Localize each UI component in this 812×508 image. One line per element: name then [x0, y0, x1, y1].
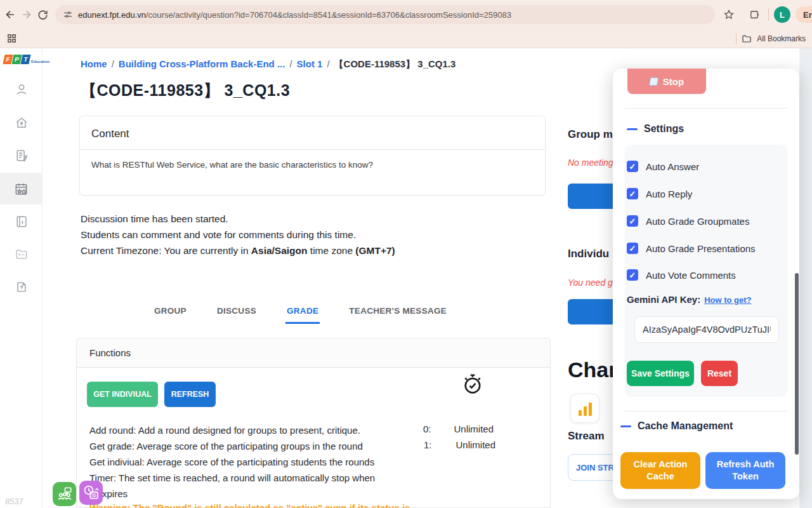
- tab-bar: GROUP DISCUSS GRADE TEACHER'S MESSAGE: [43, 301, 558, 324]
- dash-icon: [627, 128, 638, 130]
- bar-chart-icon[interactable]: [570, 394, 599, 423]
- fpt-education-logo[interactable]: F P T Education: [4, 55, 49, 64]
- schedule-icon[interactable]: [0, 176, 43, 201]
- assignments-icon[interactable]: [0, 143, 43, 168]
- home-icon[interactable]: [0, 110, 43, 135]
- panel-scrollbar[interactable]: [795, 273, 799, 455]
- functions-card: Functions GET INDIVIUAL REFRESH 0:Unlimi…: [76, 338, 551, 508]
- tab-discuss[interactable]: DISCUSS: [216, 301, 258, 324]
- save-settings-button[interactable]: Save Settings: [627, 361, 694, 386]
- breadcrumb-course[interactable]: Building Cross-Platform Back-End ...: [119, 58, 285, 69]
- page-title: 【CODE-119853】 3_CQ1.3: [81, 80, 290, 101]
- auto-grade-groupmates-checkbox[interactable]: ✓ Auto Grade Groupmates: [627, 215, 749, 227]
- toolbar-separator: [768, 8, 769, 21]
- content-card: Content What is RESTful Web Service, wha…: [79, 116, 546, 196]
- breadcrumb-current: 【CODE-119853】 3_CQ1.3: [334, 58, 456, 69]
- refresh-button[interactable]: REFRESH: [164, 382, 216, 407]
- settings-heading: Settings: [627, 123, 684, 135]
- discussion-info: Discussion time has been started. Studen…: [81, 211, 395, 258]
- handbook-icon[interactable]: [0, 209, 43, 234]
- tab-teachers-message[interactable]: TEACHER'S MESSAGE: [348, 301, 448, 324]
- timer-check-icon: [461, 373, 484, 398]
- browser-toolbar: edunext.fpt.edu.vn/course/activity/quest…: [0, 0, 812, 48]
- stop-button[interactable]: Stop: [627, 69, 706, 94]
- need-grade-text: You need g: [568, 277, 613, 288]
- how-to-get-link[interactable]: How to get?: [704, 295, 751, 305]
- address-bar[interactable]: edunext.fpt.edu.vn/course/activity/quest…: [55, 5, 715, 24]
- round-0-row: 0:Unlimited: [423, 424, 494, 434]
- auto-reply-checkbox[interactable]: ✓ Auto Reply: [627, 188, 692, 199]
- stop-icon: [649, 77, 658, 86]
- auto-grade-presentations-checkbox[interactable]: ✓ Auto Grade Presentations: [627, 243, 756, 254]
- gemini-api-key-label: Gemini API Key:How to get?: [627, 294, 752, 305]
- profile-avatar[interactable]: L: [774, 6, 790, 23]
- group-meeting-heading: Group m: [568, 128, 613, 141]
- question-text: What is RESTful Web Service, what are th…: [80, 150, 545, 180]
- tab-groups-icon[interactable]: [3, 30, 20, 48]
- breadcrumb-home[interactable]: Home: [81, 58, 107, 69]
- functions-header: Functions: [77, 338, 550, 368]
- gemini-api-key-input[interactable]: [634, 316, 779, 343]
- functions-description: Add round: Add a round designed for grou…: [89, 422, 375, 502]
- extensions-icon[interactable]: [745, 6, 763, 23]
- checkbox-checked-icon: ✓: [627, 188, 638, 199]
- refresh-auth-token-button[interactable]: Refresh Auth Token: [705, 452, 785, 489]
- checkbox-checked-icon: ✓: [627, 161, 638, 172]
- bookmark-star-icon[interactable]: [720, 6, 738, 23]
- dash-icon: [620, 425, 631, 427]
- discussion-line-1: Discussion time has been started.: [81, 211, 395, 227]
- panel-divider: [625, 411, 787, 411]
- app-sidebar: F P T Education 8537: [0, 48, 43, 508]
- checkbox-checked-icon: ✓: [627, 215, 638, 227]
- tab-group[interactable]: GROUP: [153, 301, 188, 324]
- checkbox-checked-icon: ✓: [627, 243, 638, 254]
- auto-vote-comments-checkbox[interactable]: ✓ Auto Vote Comments: [627, 269, 736, 281]
- discussion-line-2: Students can comment and vote for commen…: [81, 227, 395, 243]
- individual-heading: Individu: [568, 248, 609, 260]
- folder-icon: [742, 34, 752, 44]
- round-1-row: 1:Unlimited: [424, 439, 495, 450]
- page-number: 8537: [5, 497, 23, 506]
- get-individual-button[interactable]: GET INDIVIUAL: [87, 382, 158, 407]
- stream-heading: Stream: [568, 430, 605, 443]
- breadcrumb: Home/Building Cross-Platform Back-End ..…: [81, 58, 455, 70]
- warning-text: Warning: The "Round" is still calculated…: [89, 502, 410, 508]
- content-card-header: Content: [80, 116, 545, 150]
- forward-icon[interactable]: [20, 6, 33, 23]
- error-badge[interactable]: Error: [796, 6, 812, 23]
- extension-settings-panel: Stop Settings ✓ Auto Answer ✓ Auto Reply…: [613, 69, 799, 499]
- site-settings-icon[interactable]: [63, 10, 73, 20]
- page-background-strip: [799, 48, 812, 508]
- back-icon[interactable]: [4, 6, 16, 23]
- bookmarks-separator: [736, 33, 737, 44]
- no-meeting-text: No meeting: [568, 157, 613, 168]
- timezone-line: Current Timezone: You are currently in A…: [81, 243, 395, 258]
- panel-divider: [625, 108, 787, 109]
- reset-button[interactable]: Reset: [701, 361, 738, 386]
- profile-icon[interactable]: [0, 77, 43, 102]
- tab-grade[interactable]: GRADE: [285, 301, 320, 324]
- breadcrumb-slot[interactable]: Slot 1: [297, 58, 323, 69]
- chart-heading: Char: [568, 358, 617, 382]
- url-text: edunext.fpt.edu.vn/course/activity/quest…: [78, 10, 511, 20]
- checkbox-checked-icon: ✓: [627, 269, 638, 281]
- schedule-clock-float-icon[interactable]: [79, 481, 103, 505]
- cache-management-heading: Cache Management: [620, 420, 733, 432]
- all-bookmarks-label[interactable]: All Bookmarks: [757, 34, 806, 43]
- auto-answer-checkbox[interactable]: ✓ Auto Answer: [627, 161, 699, 172]
- group-chat-float-icon[interactable]: [53, 482, 76, 506]
- reload-icon[interactable]: [37, 6, 49, 23]
- clear-action-cache-button[interactable]: Clear Action Cache: [620, 452, 700, 489]
- archive-folder-icon[interactable]: [0, 241, 43, 267]
- help-document-icon[interactable]: [0, 274, 43, 300]
